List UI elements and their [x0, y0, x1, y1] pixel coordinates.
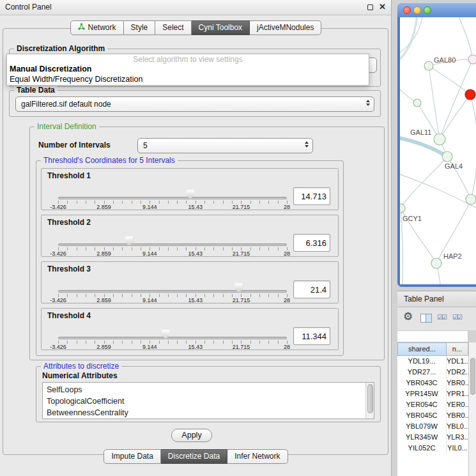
- slider[interactable]: [58, 190, 287, 200]
- slider-scale-label: -3.426: [50, 250, 66, 257]
- numerical-attribute-item[interactable]: TopologicalCoefficient: [43, 395, 374, 407]
- list-scrollbar[interactable]: [365, 383, 374, 418]
- table-row[interactable]: YBR045CYBR0...: [397, 410, 468, 421]
- network-canvas[interactable]: GAL80 GAL11 GAL4 GCY1 HAP2: [400, 17, 476, 284]
- column-header-shared-name[interactable]: shared...: [397, 342, 447, 356]
- slider-thumb[interactable]: [162, 330, 170, 339]
- table-cell[interactable]: YDR2...: [447, 367, 468, 378]
- node-label: HAP2: [443, 252, 462, 260]
- scrollbar-thumb[interactable]: [470, 358, 475, 395]
- columns-icon[interactable]: [420, 314, 432, 323]
- tab-select[interactable]: Select: [155, 20, 191, 35]
- table-cell[interactable]: YBR0...: [447, 410, 468, 421]
- table-header-row: shared... n...: [397, 342, 468, 356]
- threshold-value-input[interactable]: [293, 327, 330, 345]
- table-scrollbar[interactable]: [468, 342, 476, 476]
- table-cell[interactable]: YDL19...: [397, 356, 447, 367]
- network-window-titlebar[interactable]: [397, 3, 476, 17]
- tab-cyni-toolbox[interactable]: Cyni Toolbox: [192, 20, 250, 35]
- numerical-attributes-list[interactable]: SelfLoopsTopologicalCoefficientBetweenne…: [42, 382, 374, 419]
- network-node[interactable]: [413, 99, 421, 107]
- tab-impute-data[interactable]: Impute Data: [104, 449, 160, 464]
- zoom-traffic-light-icon[interactable]: [424, 6, 431, 14]
- stepper-icon: [366, 100, 370, 106]
- select-rows-icon[interactable]: ☑☑: [452, 314, 461, 321]
- table-cell[interactable]: YER054C: [397, 399, 447, 410]
- slider-scale-label: 15.43: [188, 297, 203, 303]
- table-body[interactable]: YDL19...YDL1...YDR27...YDR2...YBR043CYBR…: [397, 356, 468, 476]
- table-row[interactable]: YDL19...YDL1...: [397, 356, 468, 367]
- select-columns-icon[interactable]: ☑☑: [437, 314, 446, 321]
- network-node[interactable]: [400, 204, 405, 213]
- table-row[interactable]: YLR345WYLR3...: [397, 432, 468, 443]
- slider-scale-label: 9.144: [142, 250, 157, 257]
- slider-scale-label: 28: [284, 250, 290, 257]
- number-of-intervals-combobox[interactable]: 5: [137, 138, 313, 153]
- slider[interactable]: [58, 236, 287, 247]
- dropdown-option-equal-width-frequency[interactable]: Equal Width/Frequency Discretization: [10, 75, 142, 84]
- table-cell[interactable]: YBR043C: [397, 378, 447, 388]
- threshold-value-input[interactable]: [293, 234, 330, 252]
- slider-thumb[interactable]: [234, 283, 243, 293]
- slider[interactable]: [58, 283, 287, 293]
- table-cell[interactable]: YLR345W: [397, 432, 447, 443]
- network-node[interactable]: [466, 194, 476, 204]
- table-cell[interactable]: YBR045C: [397, 410, 447, 421]
- group-title: Attributes to discretize: [41, 362, 121, 371]
- network-node[interactable]: [434, 134, 445, 145]
- tab-discretize-data[interactable]: Discretize Data: [161, 449, 227, 464]
- table-row[interactable]: YIL052CYIL0...: [397, 443, 468, 454]
- numerical-attribute-item[interactable]: SelfLoops: [43, 384, 374, 395]
- tab-label: Cyni Toolbox: [199, 21, 242, 35]
- table-cell[interactable]: YBL079W: [397, 421, 447, 432]
- slider[interactable]: [58, 330, 287, 340]
- slider-thumb[interactable]: [186, 190, 194, 199]
- table-row[interactable]: YBR043CYBR0...: [397, 378, 468, 388]
- network-node-selected[interactable]: [465, 89, 475, 100]
- table-row[interactable]: YDR27...YDR2...: [397, 367, 468, 378]
- table-cell[interactable]: YIL0...: [447, 443, 468, 454]
- column-header-name[interactable]: n...: [447, 342, 468, 356]
- dropdown-option-manual-discretization[interactable]: Manual Discretization: [10, 65, 92, 73]
- table-edit-strip[interactable]: [397, 330, 468, 342]
- tab-infer-network[interactable]: Infer Network: [227, 449, 288, 464]
- table-cell[interactable]: YBR0...: [447, 378, 468, 388]
- tab-network[interactable]: Network: [70, 20, 124, 35]
- network-node[interactable]: [431, 258, 441, 268]
- table-cell[interactable]: YBL0...: [447, 421, 468, 432]
- table-cell[interactable]: YLR3...: [447, 432, 468, 443]
- threshold-1-panel: Threshold 1 -3.4262.8599.14415.4321.7152…: [41, 168, 339, 210]
- table-cell[interactable]: YER0...: [447, 399, 468, 410]
- table-data-combobox[interactable]: galFiltered.sif default node: [15, 96, 374, 112]
- network-node[interactable]: [442, 151, 452, 162]
- slider-scale: -3.4262.8599.14415.4321.71528: [58, 204, 287, 211]
- combobox-value: 5: [143, 139, 148, 153]
- tab-jactivemnodules[interactable]: jActiveMNodules: [250, 20, 321, 35]
- node-label: GAL11: [410, 128, 431, 136]
- numerical-attribute-item[interactable]: BetweennessCentrality: [43, 407, 374, 418]
- minimize-traffic-light-icon[interactable]: [413, 6, 421, 14]
- table-cell[interactable]: YDR27...: [397, 367, 447, 378]
- apply-button[interactable]: Apply: [171, 429, 212, 442]
- close-icon[interactable]: ✕: [379, 2, 386, 12]
- float-window-icon[interactable]: [367, 4, 373, 10]
- threshold-value-input[interactable]: [293, 187, 330, 205]
- group-title: Discretization Algorithm: [14, 44, 107, 53]
- threshold-value-input[interactable]: [293, 280, 330, 298]
- table-cell[interactable]: YIL052C: [397, 443, 447, 454]
- table-cell[interactable]: YDL1...: [447, 356, 468, 367]
- table-cell[interactable]: YPR1...: [447, 388, 468, 399]
- table-row[interactable]: YBL079WYBL0...: [397, 421, 468, 432]
- slider-scale-label: 2.859: [96, 204, 111, 210]
- table-cell[interactable]: YPR145W: [397, 388, 447, 399]
- table-row[interactable]: YPR145WYPR1...: [397, 388, 468, 399]
- table-row[interactable]: YER054CYER0...: [397, 399, 468, 410]
- tab-style[interactable]: Style: [124, 20, 156, 35]
- close-traffic-light-icon[interactable]: [403, 6, 411, 14]
- node-label: GCY1: [403, 215, 422, 222]
- scrollbar-thumb[interactable]: [367, 384, 373, 413]
- network-node[interactable]: [468, 55, 476, 64]
- gear-icon[interactable]: ⚙: [403, 311, 413, 322]
- network-node[interactable]: [424, 61, 433, 70]
- slider-thumb[interactable]: [125, 236, 133, 246]
